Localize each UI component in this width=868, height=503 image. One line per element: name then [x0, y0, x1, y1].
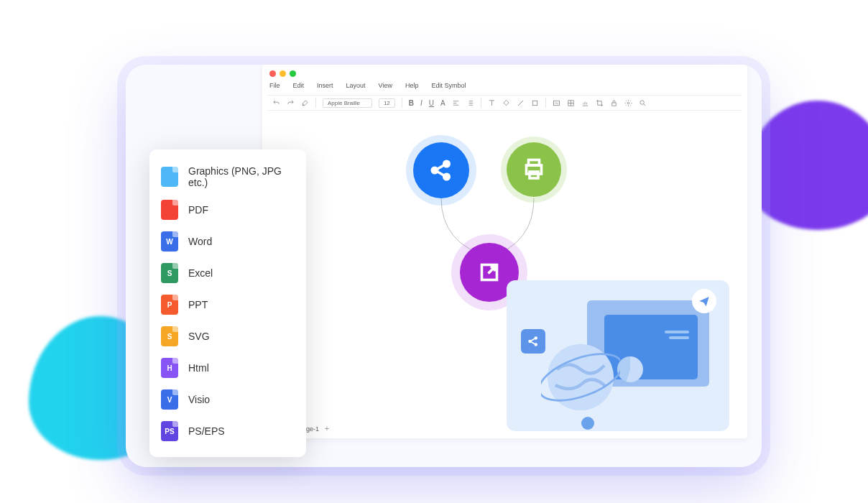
export-pseps[interactable]: PSPS/EPS — [158, 415, 297, 447]
brush-icon[interactable] — [301, 99, 309, 107]
font-color-icon[interactable]: A — [440, 99, 445, 107]
illus-line — [669, 336, 689, 339]
export-ppt[interactable]: PPPT — [158, 289, 297, 320]
export-label: Graphics (PNG, JPG etc.) — [188, 165, 295, 188]
file-icon: V — [161, 389, 178, 410]
minimize-icon[interactable] — [280, 70, 286, 77]
file-icon: H — [161, 358, 178, 378]
file-icon: S — [161, 326, 178, 346]
export-label: Word — [188, 236, 212, 247]
export-label: SVG — [188, 331, 210, 342]
line-icon[interactable] — [517, 99, 525, 107]
node-share[interactable] — [413, 142, 469, 198]
undo-icon[interactable] — [272, 99, 280, 107]
font-size[interactable]: 12 — [379, 98, 395, 108]
redo-icon[interactable] — [287, 99, 295, 107]
crop-icon[interactable] — [596, 99, 604, 107]
export-icon — [476, 259, 502, 285]
svg-point-4 — [627, 102, 629, 104]
export-pdf[interactable]: PDF — [158, 194, 297, 226]
export-word[interactable]: WWord — [158, 226, 297, 257]
lock-icon[interactable] — [610, 99, 618, 107]
bold-icon[interactable]: B — [409, 99, 414, 107]
shape-icon[interactable] — [531, 99, 539, 107]
menu-edit[interactable]: Edit — [293, 82, 305, 89]
file-icon — [161, 167, 178, 187]
export-html[interactable]: HHtml — [158, 352, 297, 384]
svg-point-13 — [529, 341, 531, 343]
file-icon: W — [161, 231, 178, 251]
add-page-button[interactable]: + — [325, 425, 329, 433]
window-controls — [269, 70, 296, 77]
illustration-card — [507, 280, 729, 431]
file-icon: PS — [161, 421, 178, 441]
print-icon — [521, 157, 547, 183]
export-graphics[interactable]: Graphics (PNG, JPG etc.) — [158, 160, 297, 194]
file-icon — [161, 200, 178, 220]
export-label: Html — [188, 362, 209, 374]
export-label: PS/EPS — [188, 425, 225, 437]
export-visio[interactable]: VVisio — [158, 384, 297, 415]
gear-icon[interactable] — [624, 99, 632, 107]
share-icon — [428, 157, 454, 183]
menu-edit-symbol[interactable]: Edit Symbol — [431, 82, 466, 89]
export-label: Excel — [188, 267, 213, 279]
close-icon[interactable] — [269, 70, 276, 77]
illus-send-badge — [692, 289, 716, 313]
toolbar: Apple Braille 12 B I U A — [268, 95, 742, 111]
export-label: Visio — [188, 394, 210, 405]
svg-point-15 — [535, 343, 537, 346]
text-icon[interactable] — [488, 99, 496, 107]
menu-layout[interactable]: Layout — [346, 82, 366, 89]
list-icon[interactable] — [466, 99, 474, 107]
font-select[interactable]: Apple Braille — [323, 98, 372, 108]
underline-icon[interactable]: U — [429, 99, 434, 107]
maximize-icon[interactable] — [290, 70, 296, 77]
svg-rect-3 — [612, 103, 617, 106]
file-icon: S — [161, 263, 178, 283]
menu-help[interactable]: Help — [405, 82, 419, 89]
align-icon[interactable] — [452, 99, 460, 107]
svg-rect-0 — [532, 101, 537, 105]
menu-file[interactable]: File — [269, 82, 280, 89]
node-print[interactable] — [507, 142, 561, 197]
table-icon[interactable] — [567, 99, 575, 107]
export-svg[interactable]: SSVG — [158, 320, 297, 352]
menu-insert[interactable]: Insert — [317, 82, 333, 89]
chart-icon[interactable] — [581, 99, 589, 107]
export-format-menu: Graphics (PNG, JPG etc.)PDFWWordSExcelPP… — [149, 149, 306, 457]
menu-view[interactable]: View — [379, 82, 392, 89]
illus-pie-icon — [617, 356, 643, 382]
illus-line — [665, 331, 689, 333]
svg-point-14 — [535, 337, 537, 339]
image-icon[interactable] — [553, 99, 560, 107]
svg-point-5 — [640, 100, 645, 104]
italic-icon[interactable]: I — [420, 99, 423, 107]
export-excel[interactable]: SExcel — [158, 257, 297, 289]
menu-bar: FileEditInsertLayoutViewHelpEdit Symbol — [269, 82, 466, 89]
illus-user-dot — [581, 417, 594, 430]
decor-blob-purple — [746, 101, 868, 230]
globe-icon — [541, 338, 620, 417]
search-icon[interactable] — [639, 99, 647, 107]
export-label: PDF — [188, 204, 208, 216]
file-icon: P — [161, 295, 178, 315]
export-label: PPT — [188, 299, 208, 310]
fill-icon[interactable] — [502, 99, 510, 107]
